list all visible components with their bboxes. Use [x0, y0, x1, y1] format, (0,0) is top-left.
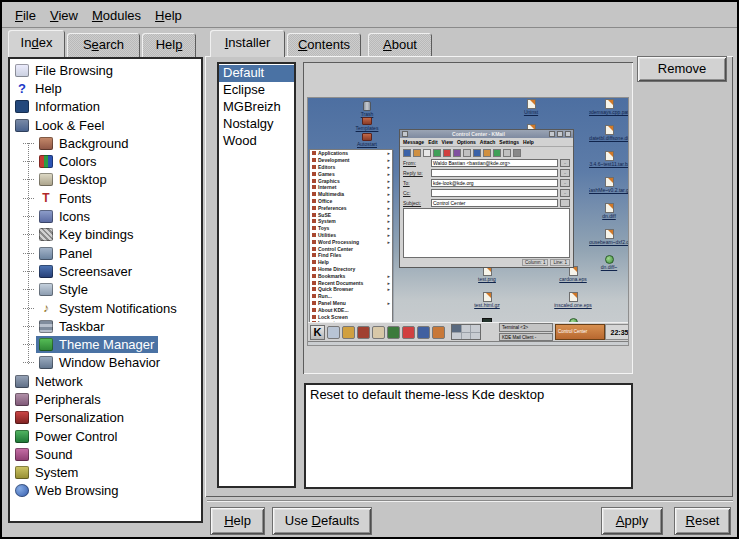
preview-k-menu-item: About KDE... — [310, 306, 392, 313]
tree-item[interactable]: Help — [10, 79, 201, 97]
tree-item[interactable]: System Notifications — [10, 299, 201, 317]
preview-mail-field-value: Control Center — [431, 199, 558, 207]
menu-item[interactable]: View — [43, 6, 85, 25]
tree-item[interactable]: Power Control — [10, 427, 201, 445]
preview-icon-label: test.html.gz — [474, 302, 500, 308]
tree-item[interactable]: Background — [10, 134, 201, 152]
tree-item[interactable]: Sound — [10, 445, 201, 463]
theme-list-item[interactable]: Nostalgy — [219, 116, 294, 133]
tab-search[interactable]: Search — [67, 33, 140, 57]
menu-item[interactable]: Modules — [85, 6, 148, 25]
tab-help[interactable]: Help — [142, 33, 196, 57]
folder-icon — [362, 133, 372, 141]
tree-item-content: Web Browsing — [12, 482, 123, 499]
theme-list-item[interactable]: Eclipse — [219, 82, 294, 99]
preview-file-icon-item: test.png — [444, 266, 530, 292]
preview-k-menu-item: Run... — [310, 293, 392, 300]
folder-icon — [362, 117, 372, 125]
preview-icon-label: SashMe~v0.2.tar.gz — [589, 187, 629, 193]
tree-item[interactable]: Icons — [10, 207, 201, 225]
label-mnemonic: A — [383, 37, 392, 52]
mail-toolbar-icon — [463, 149, 471, 157]
tree-item[interactable]: Desktop — [10, 171, 201, 189]
preview-mail-field-row: To: kde-look@kde.org .. — [400, 178, 573, 188]
preview-task-button: Terminal <3> — [499, 323, 553, 332]
preview-icon-label: inscaled.one.eps — [554, 302, 592, 308]
tree-item-content: Theme Manager — [36, 336, 158, 353]
preview-k-menu-item-label: Control Center — [318, 246, 390, 252]
preview-k-menu-item-label: Quick Browser — [318, 286, 387, 292]
tree-item[interactable]: Taskbar — [10, 317, 201, 335]
reset-button[interactable]: Reset — [674, 507, 731, 535]
tree-item[interactable]: Panel — [10, 244, 201, 262]
minimize-icon — [549, 131, 555, 137]
preview-icon-label: test.png — [478, 276, 496, 282]
preview-file-icon-item: kdatetbl.diffsone.diff — [589, 125, 629, 151]
tree-item[interactable]: Peripherals — [10, 390, 201, 408]
tab-index[interactable]: Index — [8, 30, 65, 57]
screensaver-icon — [39, 265, 53, 278]
preview-icon-label: cardona.eps — [559, 276, 587, 282]
mail-toolbar-icon — [413, 149, 421, 157]
menu-item[interactable]: File — [8, 6, 43, 25]
preview-k-menu-item-icon — [312, 247, 316, 251]
preview-mail-fields: From: Waldo Bastian <bastian@kde.org> ..… — [400, 158, 573, 208]
theme-list-item[interactable]: Wood — [219, 133, 294, 150]
preview-k-menu-item: Home Directory — [310, 266, 392, 273]
tree-item[interactable]: Screensaver — [10, 262, 201, 280]
tree-item-label: Power Control — [35, 429, 117, 444]
tree-item-label: Icons — [59, 209, 90, 224]
preview-k-menu-item: Word Processing ▸ — [310, 238, 392, 245]
tree-item-label: Taskbar — [59, 319, 105, 334]
menu-item[interactable]: Help — [148, 6, 189, 25]
preview-k-menu-item-label: Word Processing — [318, 239, 387, 245]
tree-item[interactable]: Key bindings — [10, 226, 201, 244]
tree-item-label: Personalization — [35, 410, 124, 425]
preview-k-menu-item: Office ▸ — [310, 198, 392, 205]
tree-item[interactable]: Style — [10, 281, 201, 299]
label-mnemonic: e — [92, 37, 99, 52]
submenu-arrow-icon: ▸ — [387, 198, 390, 204]
preview-launcher-icons — [327, 326, 447, 339]
label-text: elp — [234, 513, 251, 528]
tree-item-label: Theme Manager — [59, 337, 154, 352]
tab-about[interactable]: About — [368, 33, 432, 57]
file-icon — [605, 125, 614, 135]
tab-contents[interactable]: Contents — [287, 33, 361, 57]
preview-k-menu-item-icon — [312, 274, 316, 278]
preview-launcher-icon — [402, 326, 415, 339]
tree-item[interactable]: System — [10, 464, 201, 482]
preview-mail-titlebar: Control Center - KMail — [400, 130, 573, 138]
use-defaults-button[interactable]: Use Defaults — [272, 507, 372, 535]
theme-description[interactable]: Reset to default theme-less Kde desktop — [304, 383, 633, 489]
label-text: iew — [58, 8, 78, 23]
tree-branch-stub — [23, 216, 34, 217]
maximize-icon — [557, 131, 563, 137]
tree-item[interactable]: Personalization — [10, 409, 201, 427]
preview-desktop-icons: Trash Templates Autostart — [348, 101, 386, 149]
tree-item[interactable]: Information — [10, 98, 201, 116]
tree-item[interactable]: File Browsing — [10, 61, 201, 79]
preview-k-menu-item: Control Center — [310, 245, 392, 252]
tree-item-content: Style — [36, 281, 92, 298]
tree-item[interactable]: Theme Manager — [10, 335, 201, 353]
tree-item[interactable]: Fonts — [10, 189, 201, 207]
theme-list-item[interactable]: MGBreizh — [219, 99, 294, 116]
tree-branch-stub — [23, 143, 34, 144]
theme-action-button[interactable]: Remove — [637, 56, 727, 82]
tree-item[interactable]: Web Browsing — [10, 482, 201, 500]
tree-item[interactable]: Colors — [10, 152, 201, 170]
mail-toolbar-icon — [503, 149, 511, 157]
theme-list-item[interactable]: Default — [219, 65, 294, 82]
preview-mail-browse-button: .. — [560, 169, 570, 177]
preview-mail-field-label: Subject: — [403, 200, 429, 206]
tab-installer[interactable]: Installer — [210, 30, 285, 57]
tree-item[interactable]: Look & Feel — [10, 116, 201, 134]
submenu-arrow-icon: ▸ — [387, 273, 390, 279]
tree-item[interactable]: Window Behavior — [10, 354, 201, 372]
apply-button[interactable]: Apply — [601, 507, 663, 535]
tree-item-content: Screensaver — [36, 263, 136, 280]
help-button[interactable]: Help — [210, 507, 265, 535]
mail-toolbar-icon — [493, 149, 501, 157]
tree-item[interactable]: Network — [10, 372, 201, 390]
